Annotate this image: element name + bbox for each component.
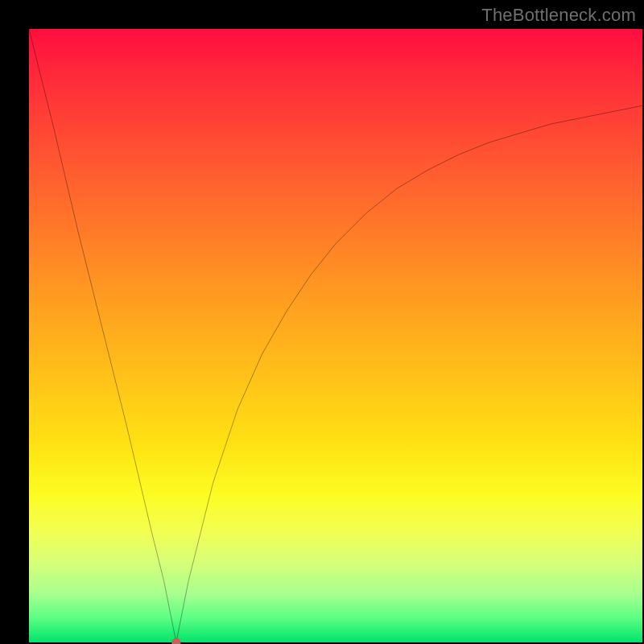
watermark-text: TheBottleneck.com bbox=[481, 5, 636, 26]
plot-area bbox=[29, 29, 642, 642]
curve-layer bbox=[29, 29, 642, 642]
minimum-marker bbox=[171, 638, 180, 644]
bottleneck-curve bbox=[29, 29, 642, 642]
chart-frame: TheBottleneck.com bbox=[0, 0, 644, 644]
